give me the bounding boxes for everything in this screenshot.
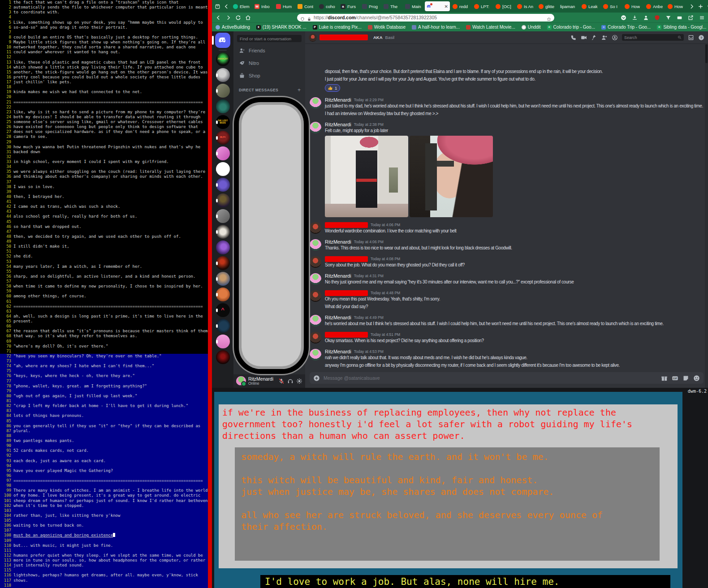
- browser-tab[interactable]: Main: [403, 1, 424, 11]
- server-icon-kraken[interactable]: [216, 99, 230, 113]
- editor-line[interactable]: 58when time it came to define my new per…: [0, 284, 208, 289]
- server-icon-axolotl[interactable]: [216, 335, 230, 348]
- bookmark-item[interactable]: +Sibling data - Googl...: [657, 25, 706, 30]
- editor-line[interactable]: 92: [0, 453, 208, 458]
- editor-line[interactable]: 51: [0, 249, 208, 254]
- dm-partner-avatar[interactable]: [309, 34, 317, 42]
- menu-icon[interactable]: [698, 14, 705, 21]
- browser-tab[interactable]: Anbe: [644, 1, 665, 11]
- browser-tab[interactable]: redd: [451, 1, 471, 11]
- headset-icon[interactable]: [287, 378, 294, 384]
- sidebar-item-shop[interactable]: Shop: [236, 70, 302, 82]
- editor-line[interactable]: 69: [0, 339, 208, 344]
- editor-line[interactable]: 26have existed for sooooooo long but peo…: [0, 124, 208, 129]
- message-avatar[interactable]: [310, 332, 321, 343]
- editor-line[interactable]: 88: [0, 433, 208, 438]
- editor-line[interactable]: 41: [0, 199, 208, 204]
- editor-line[interactable]: 21======================================…: [0, 100, 208, 105]
- editor-line[interactable]: 98: [0, 483, 208, 488]
- editor-line[interactable]: 13like, these old plastic and magnetic c…: [0, 60, 208, 65]
- editor-line[interactable]: 14which showed a little stick guy living…: [0, 65, 208, 70]
- editor-line[interactable]: 37: [0, 180, 208, 185]
- filter-icon[interactable]: [665, 14, 672, 21]
- editor-line[interactable]: 105: [0, 518, 208, 523]
- editor-line[interactable]: 109: [0, 538, 208, 543]
- message-list[interactable]: disposal, then fine, that's your choice.…: [305, 43, 708, 370]
- editor-line[interactable]: 4: [0, 15, 208, 20]
- thumbs-up-reaction[interactable]: 1: [325, 84, 340, 92]
- editor-line[interactable]: 59: [0, 289, 208, 294]
- server-icon-dog-astronaut[interactable]: [216, 272, 230, 286]
- bookmark-item[interactable]: ActiveBuilding: [216, 25, 250, 30]
- editor-line[interactable]: 72"have you seen my binoculars? Oh, they…: [0, 354, 208, 359]
- chat-message[interactable]: RitzMenardiToday at 4:49 PMhe's worried …: [310, 314, 704, 327]
- bookmark-item[interactable]: ◍Unddit: [522, 25, 541, 30]
- editor-line[interactable]: 45: [0, 219, 208, 224]
- editor-line[interactable]: 112humans prefer quiet when they sleep. …: [0, 553, 208, 558]
- editor-line[interactable]: 36and thinking about each other's compan…: [0, 174, 208, 179]
- active-tab-discord[interactable]: ✕: [425, 1, 450, 11]
- editor-line[interactable]: 18: [0, 85, 208, 90]
- editor-line[interactable]: 70"where's my doll? Oh, it's over there.…: [0, 344, 208, 349]
- server-icon-hammer[interactable]: [216, 209, 230, 223]
- editor-line[interactable]: 63: [0, 309, 208, 314]
- photo-mirror-selfie[interactable]: [325, 136, 408, 217]
- editor-line[interactable]: 9152 cards makes cards, not card.: [0, 448, 208, 453]
- photo-face-selfie[interactable]: [410, 136, 493, 217]
- browser-tab[interactable]: lipaman: [558, 1, 579, 11]
- editor-line[interactable]: 56sharp, and so delightful, an active li…: [0, 274, 208, 279]
- chat-message[interactable]: RitzMenardiToday at 4:06 PMThanks. This …: [310, 239, 704, 251]
- editor-line[interactable]: 30how much ya wanna bet Putin threatened…: [0, 145, 208, 150]
- editor-line[interactable]: 29: [0, 140, 208, 145]
- terminal-window[interactable]: if we're in the business of replacing em…: [214, 392, 682, 588]
- url-bar[interactable]: https://discord.com/channels/@me/5758435…: [297, 14, 554, 21]
- editor-line[interactable]: 50I still didn't make it,: [0, 244, 208, 249]
- bookmark-item[interactable]: Watch Latest Movie...: [466, 25, 515, 30]
- create-dm-icon[interactable]: +: [298, 87, 301, 93]
- message-avatar[interactable]: [310, 315, 321, 326]
- server-icon-blue-swoosh[interactable]: [216, 319, 230, 333]
- bookmark-item[interactable]: PLuke is creating Pix...: [313, 25, 362, 30]
- editor-line[interactable]: 93each deck, just as aware as each card.: [0, 459, 208, 464]
- back-button[interactable]: [215, 14, 222, 21]
- chat-message[interactable]: RitzMenardiToday at 2:29 PMjust talked t…: [310, 97, 704, 117]
- message-author[interactable]: RitzMenardi: [325, 97, 351, 103]
- conversation-search[interactable]: Find or start a conversation: [237, 35, 302, 42]
- editor-line[interactable]: 32: [0, 155, 208, 159]
- message-avatar[interactable]: [310, 256, 321, 268]
- editor-line[interactable]: 52she did.: [0, 254, 208, 259]
- editor-line[interactable]: 57: [0, 279, 208, 284]
- editor-line[interactable]: 28camera to see.: [0, 134, 208, 139]
- editor-line[interactable]: 42I came out as trans, which was such a …: [0, 204, 208, 209]
- message-avatar[interactable]: [310, 273, 321, 285]
- tab-list-icon[interactable]: [705, 2, 708, 11]
- editor-line[interactable]: 95have you ever played Magic the Gatheri…: [0, 468, 208, 473]
- account-icon[interactable]: [642, 14, 649, 21]
- server-icon-black-cat[interactable]: [216, 350, 230, 364]
- browser-tab[interactable]: So I: [601, 1, 622, 11]
- browser-tab[interactable]: coho: [317, 1, 338, 11]
- editor-line[interactable]: 40then, I betrayed her.: [0, 194, 208, 199]
- editor-line[interactable]: 55: [0, 269, 208, 274]
- browser-tab[interactable]: How: [666, 1, 686, 11]
- message-avatar[interactable]: [310, 97, 321, 109]
- editor-line[interactable]: 17just chillin' like pets.: [0, 80, 208, 85]
- editor-line[interactable]: 23like, why is it so hard to send a pict…: [0, 110, 208, 115]
- avatar[interactable]: [236, 376, 246, 386]
- chat-message[interactable]: Today at 4:06 PMWonderful wardrobe combi…: [310, 222, 704, 234]
- home-button[interactable]: [244, 14, 251, 21]
- editor-line[interactable]: 48then, we decided to try again, and we …: [0, 234, 208, 239]
- bookmark-item[interactable]: ≡Colorado Trip - Goo...: [601, 25, 651, 30]
- lock-icon[interactable]: [307, 15, 311, 20]
- editor-line[interactable]: 27does not use specialized hardware. as …: [0, 129, 208, 134]
- editor-line[interactable]: 110but... with music, it might just be f…: [0, 543, 208, 548]
- server-icon-anarchy[interactable]: ANARCHY: [216, 52, 230, 66]
- reload-button[interactable]: [234, 14, 242, 21]
- editor-line[interactable]: 12: [0, 55, 208, 60]
- editor-line[interactable]: 89two pantlegs makes pants.: [0, 438, 208, 443]
- editor-line[interactable]: 85: [0, 419, 208, 424]
- editor-line[interactable]: 108must be an agonizing and boring exist…: [0, 533, 208, 538]
- user-profile-icon[interactable]: [612, 34, 618, 41]
- firefox-view-icon[interactable]: [213, 2, 222, 11]
- editor-line[interactable]: 33in high school, every moment I could I…: [0, 159, 208, 164]
